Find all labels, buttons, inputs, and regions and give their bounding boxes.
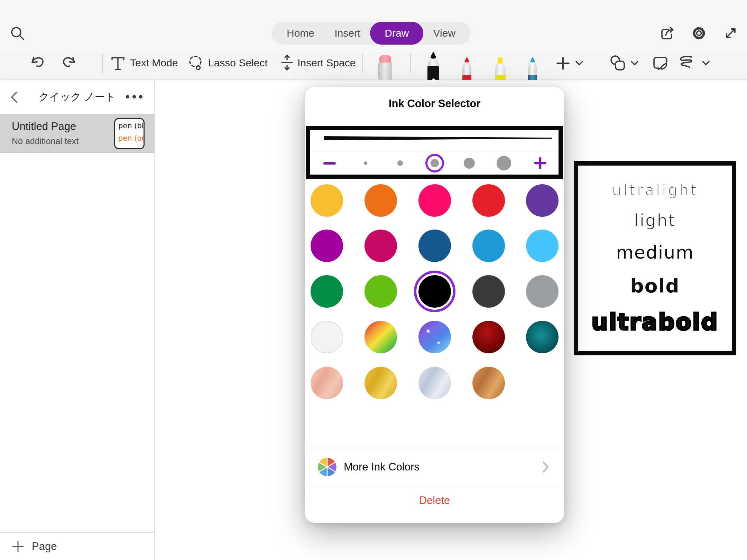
pen-black-selected[interactable] [423,51,444,80]
stroke-size-row [310,151,559,175]
shapes-icon[interactable] [609,54,627,73]
toolbar-divider [102,54,103,73]
ink-color-swatch-amber[interactable] [311,184,343,217]
ink-color-swatch-white[interactable] [311,321,343,353]
ink-color-swatch-copper[interactable] [472,367,505,399]
pen-red[interactable] [458,56,476,80]
page-title: Untitled Page [12,120,76,133]
ink-color-swatch-magenta[interactable] [311,230,343,262]
color-wheel-icon [316,456,338,478]
ink-color-swatch-dark-pink[interactable] [365,230,397,262]
top-toolbar: Home Insert Draw View [0,0,747,80]
settings-gear-icon[interactable] [691,25,707,41]
toolbar-divider [362,54,363,73]
tab-draw[interactable]: Draw [370,22,423,45]
thumbnail-ink-line-orange: pen (ora [118,134,144,142]
ink-color-swatch-light-blue[interactable] [526,230,559,262]
toolbar-divider [410,54,411,73]
ink-color-selector-popover: Ink Color Selector More Ink Colors [305,87,564,523]
ink-color-swatch-dark-blue[interactable] [418,230,451,262]
ink-annotate-icon[interactable] [652,55,670,73]
eraser-tool[interactable] [376,54,395,80]
insert-space-label[interactable]: Insert Space [297,57,356,69]
stroke-size-dot-2[interactable] [397,160,403,166]
add-page-button[interactable]: Page [0,532,154,560]
redo-icon[interactable] [60,54,77,72]
selected-size-ring [425,154,444,172]
ink-color-swatch-green[interactable] [311,275,343,308]
tab-home[interactable]: Home [287,22,314,45]
ink-color-swatch-red[interactable] [472,184,505,217]
text-mode-label[interactable]: Text Mode [130,57,178,69]
pen-teal[interactable] [524,56,542,80]
stroke-size-dot-5[interactable] [497,156,511,170]
ink-sample-bold: bold [630,275,680,297]
free-ink-squiggle-icon[interactable] [676,54,697,74]
search-icon[interactable] [10,26,26,41]
popover-title: Ink Color Selector [305,97,564,110]
stroke-size-dot-1[interactable] [364,161,367,165]
more-ink-colors-label: More Ink Colors [344,448,419,486]
ink-color-swatch-light-green[interactable] [365,275,397,308]
page-list-sidebar: クイック ノート Untitled Page No additional tex… [0,80,155,560]
ink-color-swatch-blue[interactable] [472,230,505,262]
ink-color-swatch-rainbow-glitter[interactable] [365,321,397,353]
stroke-preview [324,132,552,144]
ink-sample-ultralight: ultralight [612,181,698,199]
ink-color-swatch-gold[interactable] [365,367,397,399]
add-pen-icon[interactable] [555,56,571,71]
delete-pen-button[interactable]: Delete [305,494,564,507]
page-subtitle: No additional text [12,136,79,146]
more-options-icon[interactable] [126,95,142,99]
tab-insert[interactable]: Insert [334,22,360,45]
undo-icon[interactable] [29,54,46,72]
popover-arrow [424,78,444,87]
add-pen-chevron-down-icon[interactable] [575,60,584,66]
share-icon[interactable] [659,25,675,41]
highlighter-yellow[interactable] [491,56,509,80]
ink-color-swatch-black[interactable] [418,275,451,308]
ink-color-swatch-purple[interactable] [526,184,559,217]
tab-view[interactable]: View [433,22,455,45]
ink-color-swatch-pink[interactable] [418,184,451,217]
ribbon-tabs: Home Insert Draw View [271,22,471,45]
page-list-item-selected[interactable]: Untitled Page No additional text pen (bl… [0,114,154,153]
fullscreen-expand-icon[interactable] [722,25,739,41]
decrease-size-button[interactable] [323,162,336,165]
ink-color-swatch-galaxy[interactable] [418,321,451,353]
add-page-label: Page [32,540,57,553]
ink-chevron-down-icon[interactable] [701,60,710,66]
ink-color-swatch-gray[interactable] [526,275,559,308]
ink-sample-light: light [634,211,676,230]
ink-sample-ultrabold: ultrabold [591,309,719,335]
ink-weight-samples-panel: ultralight light medium bold ultrabold [574,161,736,355]
ink-color-swatch-orange[interactable] [365,184,397,217]
shapes-chevron-down-icon[interactable] [630,60,639,66]
ink-color-swatch-red-lava[interactable] [472,321,505,353]
chevron-right-icon [542,461,550,473]
sidebar-header: クイック ノート [0,80,154,114]
ink-color-swatch-silver[interactable] [418,367,451,399]
lasso-select-icon[interactable] [187,55,204,71]
stroke-width-highlight-box [306,126,563,179]
ink-color-swatch-teal-marble[interactable] [526,321,559,353]
insert-space-icon[interactable] [279,54,295,71]
ink-color-swatch-rose-gold[interactable] [311,367,343,399]
selected-color-ring [414,271,455,312]
more-ink-colors-row[interactable]: More Ink Colors [305,448,564,486]
increase-size-button[interactable] [534,157,546,169]
thumbnail-ink-line-black: pen (bl [118,122,144,130]
page-thumbnail: pen (bl pen (ora [114,118,145,149]
lasso-select-label[interactable]: Lasso Select [208,57,268,69]
ink-sample-medium: medium [616,242,694,263]
stroke-size-dot-4[interactable] [464,158,475,169]
popover-divider [305,486,564,486]
ink-color-swatch-dark-gray[interactable] [472,275,505,308]
text-mode-icon[interactable] [110,55,126,71]
